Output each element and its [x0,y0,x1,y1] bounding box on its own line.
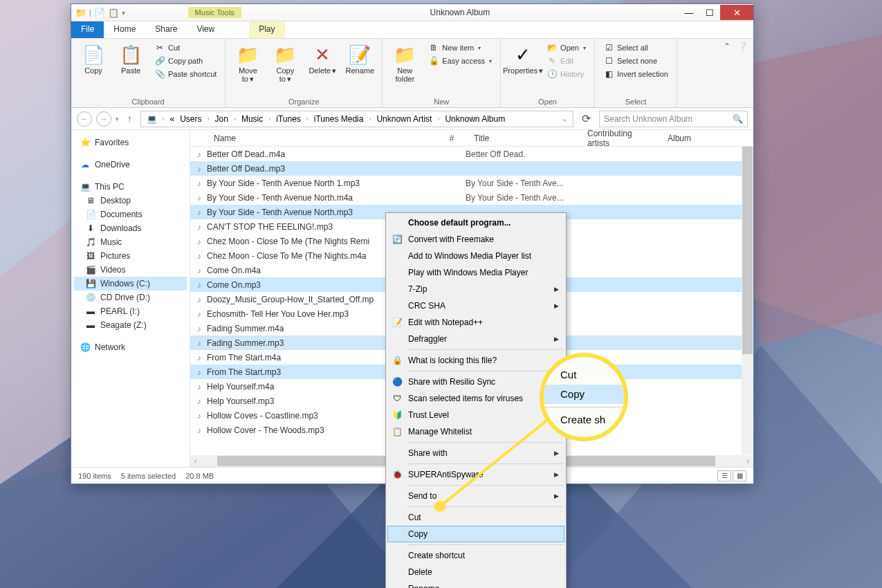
address-bar: ← → ▾ ↑ 💻› « Users› Jon› Music› iTunes› … [71,108,753,130]
music-file-icon: ♪ [190,252,204,260]
tab-view[interactable]: View [187,21,224,38]
bc-item[interactable]: Jon [212,114,231,124]
music-file-icon: ♪ [190,339,204,347]
sidebar-videos[interactable]: 🎬Videos [74,263,187,277]
file-row[interactable]: ♪Better Off Dead..m4aBetter Off Dead. [190,147,753,161]
new-folder-button[interactable]: 📁New folder [388,42,421,84]
ctx-cut[interactable]: Cut [387,509,564,526]
cut-button[interactable]: ✂Cut [151,42,219,54]
titlebar[interactable]: 📁 | 📄 📋 ▾ Music Tools Unknown Album — ☐ … [71,4,753,21]
move-to-button[interactable]: 📁Move to▾ [231,42,264,84]
bc-item[interactable]: Unknown Album [442,114,508,124]
search-input[interactable]: Search Unknown Album 🔍 [599,111,748,127]
tab-home[interactable]: Home [104,21,145,38]
ctx-add-wmp[interactable]: Add to Windows Media Player list [387,248,564,264]
file-row[interactable]: ♪Better Off Dead..mp3 [190,161,753,176]
sidebar-pearl[interactable]: ▬PEARL (I:) [74,304,187,318]
select-all-button[interactable]: ☑Select all [600,42,671,54]
tools-context-tab[interactable]: Music Tools [188,7,241,18]
ctx-create-shortcut[interactable]: Create shortcut [387,547,564,564]
tab-share[interactable]: Share [145,21,187,38]
new-item-button[interactable]: 🗎New item▾ [425,42,495,54]
bc-item[interactable]: Music [239,114,266,124]
ctx-resilio[interactable]: 🔵Share with Resilio Sync [387,374,564,390]
close-button[interactable]: ✕ [720,5,753,20]
up-button[interactable]: ↑ [123,113,136,124]
bc-item[interactable]: Users [177,114,204,124]
usb-icon: ▬ [85,306,96,316]
ribbon-collapse-icon[interactable]: ⌃ [724,42,731,51]
maximize-button[interactable]: ☐ [699,5,720,20]
column-headers[interactable]: Name # Title Contributing artists Album [190,130,753,147]
col-artist[interactable]: Contributing artists [580,129,661,148]
rename-button[interactable]: 📝Rename [343,42,376,76]
ctx-7zip[interactable]: 7-Zip▶ [387,281,564,297]
select-none-button[interactable]: ☐Select none [600,55,671,67]
ctx-locking[interactable]: 🔒What is locking this file? [387,352,564,369]
help-icon[interactable]: ❔ [737,42,748,51]
ctx-defraggler[interactable]: Defraggler▶ [387,331,564,347]
view-icons-button[interactable]: ▦ [733,470,746,481]
delete-button[interactable]: ✕Delete▾ [306,42,339,76]
col-name[interactable]: Name [190,134,437,143]
ctx-choose-default[interactable]: Choose default program... [387,214,564,231]
copy-path-button[interactable]: 🔗Copy path [151,55,219,67]
sidebar-music[interactable]: 🎵Music [74,235,187,249]
ctx-crc-sha[interactable]: CRC SHA▶ [387,297,564,314]
tab-file[interactable]: File [71,21,104,38]
sidebar-cd-drive[interactable]: 💿CD Drive (D:) [74,291,187,304]
vertical-scrollbar[interactable] [742,147,753,454]
ctx-scan-virus[interactable]: 🛡Scan selected items for viruses [387,390,564,407]
open-button[interactable]: 📂Open▾ [544,42,589,54]
copy-button[interactable]: 📄Copy [77,42,110,76]
back-button[interactable]: ← [77,111,92,127]
invert-selection-button[interactable]: ◧Invert selection [600,68,671,80]
copy-to-button[interactable]: 📁Copy to▾ [268,42,302,84]
file-row[interactable]: ♪By Your Side - Tenth Avenue North 1.mp3… [190,176,753,190]
scroll-thumb[interactable] [742,147,753,354]
col-num[interactable]: # [437,134,467,143]
ctx-superantispyware[interactable]: 🐞SUPERAntiSpyware▶ [387,466,564,483]
sidebar-this-pc[interactable]: 💻This PC [74,180,187,194]
properties-icon[interactable]: 📋 [108,8,119,18]
bc-item[interactable]: iTunes [273,114,304,124]
ctx-edit-npp[interactable]: 📝Edit with Notepad++ [387,314,564,331]
col-album[interactable]: Album [661,134,716,143]
addr-dropdown-icon[interactable]: ⌄ [559,115,570,122]
ctx-share-with[interactable]: Share with▶ [387,445,564,461]
ctx-manage-whitelist[interactable]: 📋Manage Whitelist [387,423,564,440]
bc-item[interactable]: Unknown Artist [374,114,434,124]
col-title[interactable]: Title [467,134,580,143]
file-row[interactable]: ♪By Your Side - Tenth Avenue North.m4aBy… [190,190,753,205]
chevron-down-icon[interactable]: ▾ [122,9,125,17]
ctx-rename[interactable]: Rename [387,580,564,588]
sidebar-pictures[interactable]: 🖼Pictures [74,249,187,263]
sidebar-documents[interactable]: 📄Documents [74,208,187,221]
forward-button[interactable]: → [96,111,111,127]
ctx-delete[interactable]: Delete [387,564,564,580]
sidebar-favorites[interactable]: ⭐Favorites [74,136,187,149]
easy-access-button[interactable]: 🔓Easy access▾ [425,55,495,67]
recent-dropdown-icon[interactable]: ▾ [116,116,119,122]
properties-button[interactable]: ✓Properties▾ [506,42,540,76]
ctx-play-wmp[interactable]: Play with Windows Media Player [387,264,564,281]
paste-button[interactable]: 📋Paste [114,42,147,76]
sidebar-windows-c[interactable]: 💾Windows (C:) [74,277,187,291]
tab-play[interactable]: Play [249,21,284,38]
breadcrumb[interactable]: 💻› « Users› Jon› Music› iTunes› iTunes M… [140,111,574,127]
minimize-button[interactable]: — [679,5,699,20]
sidebar-seagate[interactable]: ▬Seagate (Z:) [74,318,187,332]
view-details-button[interactable]: ☰ [717,470,731,481]
bc-item[interactable]: iTunes Media [311,114,367,124]
new-folder-icon[interactable]: 📄 [94,8,105,18]
sidebar-network[interactable]: 🌐Network [74,340,187,354]
paste-shortcut-button[interactable]: 📎Paste shortcut [151,68,219,80]
sidebar-desktop[interactable]: 🖥Desktop [74,194,187,208]
sidebar-onedrive[interactable]: ☁OneDrive [74,158,187,172]
ctx-trust-level[interactable]: 🔰Trust Level▶ [387,407,564,423]
ctx-send-to[interactable]: Send to▶ [387,488,564,504]
ctx-convert-freemake[interactable]: 🔄Convert with Freemake [387,231,564,248]
sidebar-downloads[interactable]: ⬇Downloads [74,221,187,235]
ctx-copy[interactable]: Copy [387,526,564,542]
refresh-button[interactable]: ⟳ [578,112,595,125]
